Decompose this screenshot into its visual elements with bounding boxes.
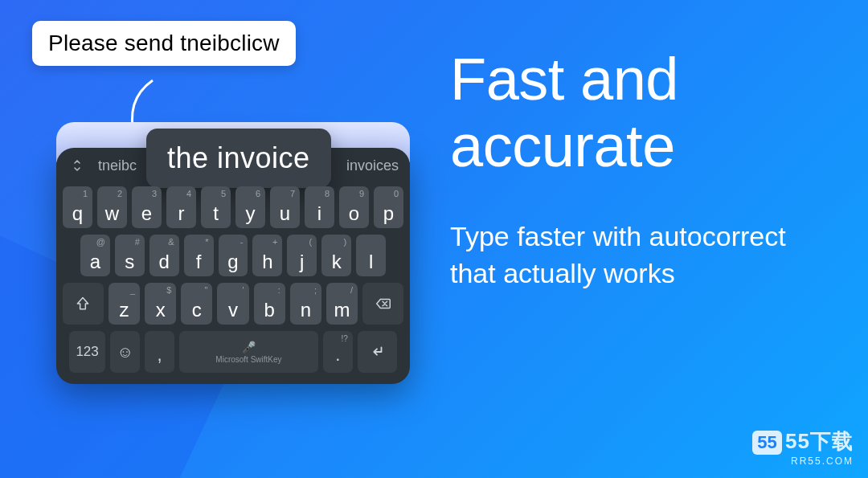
period-key[interactable]: !? .	[323, 331, 353, 373]
key-h[interactable]: h+	[252, 235, 282, 276]
key-a[interactable]: a@	[80, 235, 110, 276]
headline-line-1: Fast and	[450, 46, 678, 112]
key-l[interactable]: l	[356, 235, 386, 276]
key-alt: +	[272, 237, 277, 247]
key-alt: _	[130, 285, 135, 295]
subcopy: Type faster with autocorrect that actual…	[450, 219, 796, 292]
key-alt: *	[205, 237, 208, 247]
key-alt: 0	[394, 189, 399, 198]
key-alt: 6	[256, 189, 260, 198]
watermark-badge: 55	[752, 431, 781, 455]
key-alt: 5	[221, 189, 226, 198]
key-p[interactable]: p0	[374, 186, 403, 228]
key-i[interactable]: i8	[305, 186, 334, 228]
key-alt: 4	[186, 189, 191, 198]
key-alt: 9	[359, 189, 364, 198]
key-r[interactable]: r4	[166, 186, 196, 228]
key-row-bottom: 123 ☺ , 🎤 Microsoft SwiftKey !? .	[63, 331, 403, 373]
key-alt: (	[309, 237, 313, 247]
key-t[interactable]: t5	[201, 186, 231, 228]
enter-key[interactable]	[358, 331, 397, 373]
key-d[interactable]: d&	[149, 235, 179, 276]
key-rows: q1w2e3r4t5y6u7i8o9p0 a@s#d&f*g-h+j(k)l z…	[56, 182, 410, 373]
key-alt: '	[242, 285, 244, 295]
key-g[interactable]: g-	[219, 235, 248, 276]
key-row-2: a@s#d&f*g-h+j(k)l	[63, 235, 403, 276]
key-c[interactable]: c"	[181, 283, 212, 325]
key-v[interactable]: v'	[217, 283, 248, 325]
suggestion-right[interactable]: invoices	[346, 157, 399, 174]
backspace-key[interactable]	[362, 283, 403, 325]
shift-key[interactable]	[63, 283, 104, 325]
suggestion-main: the invoice	[167, 141, 310, 174]
key-y[interactable]: y6	[235, 186, 265, 228]
watermark-main: 55下载	[785, 429, 854, 453]
key-row-1: q1w2e3r4t5y6u7i8o9p0	[63, 186, 403, 228]
key-e[interactable]: e3	[132, 186, 162, 228]
key-alt: ;	[314, 285, 317, 295]
keyboard-brand: Microsoft SwiftKey	[215, 355, 281, 364]
backspace-icon	[375, 295, 392, 313]
mic-icon: 🎤	[242, 341, 256, 352]
expand-icon[interactable]	[68, 156, 87, 175]
suggestion-left[interactable]: tneibc	[98, 157, 137, 174]
key-alt: $	[166, 285, 171, 295]
keyboard: tneibc invoices the invoice q1w2e3r4t5y6…	[56, 148, 410, 384]
emoji-key[interactable]: ☺	[110, 331, 140, 373]
emoji-icon: ☺	[117, 343, 133, 362]
key-alt: /	[350, 285, 353, 295]
key-x[interactable]: x$	[145, 283, 176, 325]
key-alt: )	[343, 237, 346, 247]
key-u[interactable]: u7	[270, 186, 300, 228]
key-b[interactable]: b:	[254, 283, 285, 325]
key-z[interactable]: z_	[108, 283, 140, 325]
key-alt: #	[135, 237, 140, 247]
key-alt: @	[96, 237, 105, 247]
key-m[interactable]: m/	[326, 283, 358, 325]
shift-icon	[75, 296, 91, 312]
suggestion-popover[interactable]: the invoice	[146, 129, 331, 188]
key-alt: "	[205, 285, 208, 295]
key-alt: 8	[325, 189, 330, 198]
enter-icon	[368, 343, 386, 361]
comma-key[interactable]: ,	[145, 331, 174, 373]
typed-text: Please send tneibclicw	[48, 31, 280, 55]
space-key[interactable]: 🎤 Microsoft SwiftKey	[179, 331, 318, 373]
key-s[interactable]: s#	[115, 235, 145, 276]
key-alt: &	[168, 237, 174, 247]
typed-text-bubble: Please send tneibclicw	[32, 21, 296, 66]
key-n[interactable]: n;	[290, 283, 321, 325]
key-alt: 3	[152, 189, 157, 198]
key-w[interactable]: w2	[97, 186, 127, 228]
key-row-3: z_x$c"v'b:n;m/	[63, 283, 403, 325]
key-alt: 7	[290, 189, 295, 198]
key-alt: 2	[117, 189, 122, 198]
key-o[interactable]: o9	[339, 186, 369, 228]
key-alt: :	[278, 285, 280, 295]
key-alt: 1	[83, 189, 88, 198]
numbers-key[interactable]: 123	[69, 331, 105, 373]
key-q[interactable]: q1	[63, 186, 92, 228]
watermark-sub: RR55.COM	[752, 456, 854, 467]
key-j[interactable]: j(	[287, 235, 317, 276]
headline: Fast and accurate	[450, 47, 820, 180]
period-alt: !?	[341, 334, 347, 343]
key-f[interactable]: f*	[184, 235, 214, 276]
marketing-copy: Fast and accurate Type faster with autoc…	[450, 47, 820, 292]
watermark: 55 55下载 RR55.COM	[752, 427, 854, 467]
key-k[interactable]: k)	[321, 235, 351, 276]
key-alt: -	[240, 237, 244, 247]
headline-line-2: accurate	[450, 112, 675, 179]
